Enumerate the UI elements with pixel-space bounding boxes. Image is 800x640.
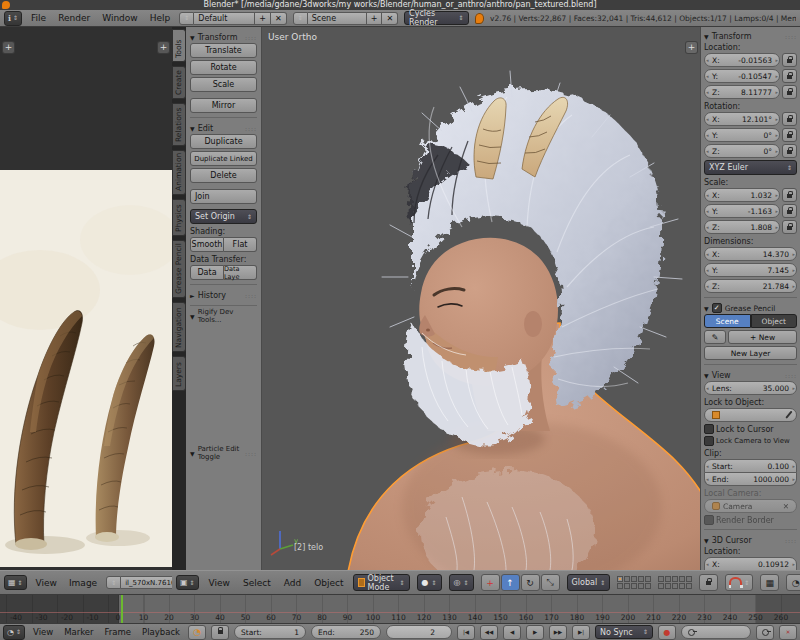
timeline-menu-playback[interactable]: Playback [139,627,183,637]
lock-time-button[interactable] [211,625,229,640]
editor-type-button-info[interactable]: ℹ ⇕ [4,11,22,26]
select-menu[interactable]: Select [240,578,274,588]
manipulator-scale-button[interactable]: ⤡ [541,574,560,591]
tab-navigation[interactable]: Navigation [172,302,186,352]
rotation-z-field[interactable]: Z:0° [704,144,780,158]
panel-header-rigify[interactable]: ▼ Rigify Dev Tools... [190,310,257,322]
data-button[interactable]: Data [190,265,224,280]
layer-toggle[interactable] [645,576,651,582]
layer-toggle[interactable] [617,576,623,582]
view-menu[interactable]: View [206,578,233,588]
layer-toggle[interactable] [672,576,678,582]
panel-header-transform[interactable]: ▼ Transform :::: [704,30,797,42]
delete-button[interactable]: Delete [190,168,257,183]
region-expand-plus-icon[interactable]: + [2,41,15,54]
panel-header-transform[interactable]: ▼ Transform :::: [190,31,257,43]
play-button[interactable]: ▶ [526,625,544,640]
lock-to-scene-button[interactable] [699,574,718,591]
scene-icon-button[interactable]: ⇕ [293,12,308,25]
location-z-field[interactable]: Z:8.11777 [704,85,780,99]
lock-icon[interactable] [782,128,797,142]
manipulator-rotate-button[interactable]: ↻ [521,574,540,591]
location-y-field[interactable]: Y:-0.10547 [704,69,780,83]
screen-layout-icon-button[interactable]: ⇕ [179,12,194,25]
layer-toggle[interactable] [686,576,692,582]
lens-field[interactable]: Lens:35.000 [704,381,797,395]
scale-y-field[interactable]: Y:-1.163 [704,204,780,218]
lock-to-object-field[interactable] [704,408,797,422]
rotation-mode-select[interactable]: XYZ Euler ⇕ [704,160,797,175]
dim-y-field[interactable]: Y:7.145 [704,263,797,277]
tab-animation[interactable]: Animation [172,150,186,195]
dim-x-field[interactable]: X:14.370 [704,247,797,261]
transform-orientation-select[interactable]: Global ⇕ [567,574,611,591]
image-browse-button[interactable]: ⇕ [106,576,121,589]
viewport-3d[interactable]: User Ortho + y [2] telo [262,27,700,570]
region-expand-plus-icon[interactable]: + [685,41,698,54]
close-scene-button[interactable]: ✕ [382,12,398,25]
image-menu-image[interactable]: Image [66,578,100,588]
cursor-x-field[interactable]: X:0.10912 [704,557,797,571]
duplicate-linked-button[interactable]: Duplicate Linked [190,151,257,166]
snap-button[interactable]: ⇕ [725,574,753,591]
local-camera-field[interactable]: Camera✕ [704,499,797,513]
join-button[interactable]: Join [190,189,257,204]
data-layers-button[interactable]: Data Laye [224,265,257,280]
tab-physics[interactable]: Physics [172,199,186,236]
close-icon[interactable]: ✕ [783,502,789,511]
location-x-field[interactable]: X:-0.01563 [704,53,780,67]
menu-window[interactable]: Window [99,13,141,23]
pivot-select[interactable]: ◎ ⇕ [449,574,474,591]
keying-set-field[interactable] [681,625,751,639]
jump-to-start-button[interactable]: |◀ [457,625,475,640]
manipulator-axis-button[interactable]: + [481,574,500,591]
timeline-track[interactable]: -40-30-20-100102030405060708090100110120… [0,595,800,623]
insert-keyframe-button[interactable] [756,625,774,640]
scale-button[interactable]: Scale [190,77,257,92]
layer-toggle[interactable] [658,583,664,589]
grease-scene-tab[interactable]: Scene [704,314,751,328]
set-origin-select[interactable]: Set Origin ⇕ [190,209,257,224]
timeline-menu-view[interactable]: View [30,627,56,637]
delete-keyframe-button[interactable]: ✕ [779,625,797,640]
tab-relations[interactable]: Relations [172,103,186,146]
jump-to-end-button[interactable]: ▶| [572,625,590,640]
image-menu-view[interactable]: View [33,578,60,588]
eyedropper-icon[interactable] [785,410,792,418]
panel-header-edit[interactable]: ▼ Edit :::: [190,122,257,134]
menu-help[interactable]: Help [147,13,174,23]
lock-icon[interactable] [782,220,797,234]
lock-icon[interactable] [782,144,797,158]
clip-end-field[interactable]: End:1000.000 [704,473,797,486]
region-expand-plus-icon[interactable]: + [157,41,170,54]
layer-toggle[interactable] [679,583,685,589]
render-border-checkbox[interactable] [704,515,714,525]
render-opengl-anim-button[interactable]: ◔ [786,574,800,591]
layer-toggle[interactable] [631,576,637,582]
layer-toggle[interactable] [665,576,671,582]
scene-field[interactable]: Scene [308,12,367,25]
auto-keyframe-record-button[interactable]: ● [658,625,676,640]
viewport-shading-select[interactable]: ● ⇕ [417,574,442,591]
grease-object-tab[interactable]: Object [751,314,798,328]
editor-type-button-timeline[interactable]: ◔ ⇕ [3,625,25,640]
next-keyframe-button[interactable]: ▶▶ [549,625,567,640]
mode-select[interactable]: Object Mode ⇕ [353,574,409,591]
lock-icon[interactable] [782,112,797,126]
current-frame-field[interactable]: 2 [386,625,452,639]
close-layout-button[interactable]: ✕ [271,12,287,25]
mirror-button[interactable]: Mirror [190,98,257,113]
use-preview-range-button[interactable]: ◔ [188,625,206,640]
panel-header-3d-cursor[interactable]: ▼ 3D Cursor :::: [704,534,797,546]
layer-toggle[interactable] [624,583,630,589]
menu-file[interactable]: File [28,13,49,23]
pencil-icon[interactable]: ✎ [704,330,726,344]
editor-type-button-3dview[interactable]: ▣ ⇕ [176,575,199,590]
lock-icon[interactable] [782,53,797,67]
layer-toggle[interactable] [617,583,623,589]
frame-end-field[interactable]: End:250 [311,625,381,639]
layer-toggle[interactable] [638,576,644,582]
layer-toggle[interactable] [638,583,644,589]
panel-header-history[interactable]: ► History :::: [190,289,257,301]
rotation-x-field[interactable]: X:12.101° [704,112,780,126]
